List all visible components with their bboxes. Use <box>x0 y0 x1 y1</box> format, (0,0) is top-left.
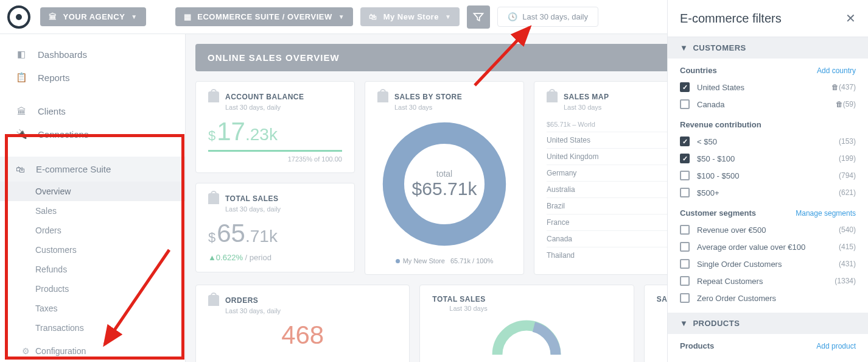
card-orders: ORDERS Last 30 days, daily 468 <box>195 285 410 362</box>
checkbox[interactable] <box>680 293 690 303</box>
checkbox[interactable] <box>680 188 690 197</box>
bank-icon: 🏛 <box>49 12 57 21</box>
bag-icon <box>377 91 388 102</box>
segments-label: Customer segments <box>680 208 756 218</box>
checkbox[interactable] <box>680 82 690 92</box>
add-country-link[interactable]: Add country <box>817 66 856 75</box>
nav-reports[interactable]: 📋Reports <box>0 66 185 89</box>
countries-label: Countries <box>680 66 717 75</box>
close-button[interactable]: ✕ <box>845 11 856 26</box>
filter-row[interactable]: Single Order Customers(431) <box>668 255 868 272</box>
filter-row[interactable]: < $50(153) <box>668 133 868 150</box>
filter-row[interactable]: Average order value over €100(415) <box>668 238 868 255</box>
revenue-label: Revenue contribution <box>680 120 761 129</box>
nav-dashboards[interactable]: ◧Dashboards <box>0 43 185 66</box>
products-label: Products <box>680 341 714 350</box>
card-total-sales: TOTAL SALES Last 30 days, daily $65.71k … <box>195 183 355 272</box>
bag-icon <box>208 91 219 102</box>
date-range-selector[interactable]: 🕓Last 30 days, daily <box>497 7 598 27</box>
card-sales-by-store: SALES BY STORE Last 30 days total$65.71k… <box>365 81 524 275</box>
filter-button[interactable] <box>467 5 490 29</box>
clock-icon: 🕓 <box>508 12 517 21</box>
app-logo[interactable] <box>7 5 30 29</box>
checkbox[interactable] <box>680 225 690 235</box>
filter-row[interactable]: Zero Order Customers <box>668 289 868 307</box>
checkbox[interactable] <box>680 259 690 269</box>
checkbox[interactable] <box>680 154 690 163</box>
nav-clients[interactable]: 🏛Clients <box>0 100 185 122</box>
donut-chart: total$65.71k <box>377 117 511 251</box>
bank-icon: 🏛 <box>16 106 27 116</box>
checkbox[interactable] <box>680 276 690 286</box>
card-account-balance: ACCOUNT BALANCE Last 30 days, daily $17.… <box>195 81 355 173</box>
bag-icon <box>208 193 219 204</box>
sidebar-item-taxes[interactable]: Taxes <box>0 299 185 318</box>
sidebar-item-configuration[interactable]: ⚙Configuration <box>0 341 185 361</box>
section-customers[interactable]: ▼CUSTOMERS <box>668 37 868 59</box>
filter-row[interactable]: Canada🗑(59) <box>668 96 868 113</box>
add-product-link[interactable]: Add product <box>816 342 856 350</box>
bag-icon <box>208 295 219 306</box>
breadcrumb-selector[interactable]: ▦ECOMMERCE SUITE / OVERVIEW▼ <box>175 7 353 26</box>
filter-row[interactable]: $50 - $100(199) <box>668 150 868 167</box>
dashboard-icon: ◧ <box>16 49 27 60</box>
card-total-sales-2: TOTAL SALES Last 30 days <box>419 285 634 362</box>
section-products[interactable]: ▼PRODUCTS <box>668 313 868 334</box>
caret-down-icon: ▼ <box>338 13 345 20</box>
clipboard-icon: 📋 <box>16 72 27 83</box>
checkbox[interactable] <box>680 242 690 252</box>
store-selector[interactable]: 🛍My New Store▼ <box>360 7 460 26</box>
grid-icon: ▦ <box>184 12 192 21</box>
sidebar-item-sales[interactable]: Sales <box>0 201 185 221</box>
sidebar-item-refunds[interactable]: Refunds <box>0 260 185 279</box>
sidebar-item-transactions[interactable]: Transactions <box>0 318 185 338</box>
manage-segments-link[interactable]: Manage segments <box>796 209 856 218</box>
panel-title: E-commerce filters <box>680 12 782 26</box>
nav-connections[interactable]: 🔌Connections <box>0 122 185 146</box>
sidebar-item-overview[interactable]: Overview <box>0 182 185 201</box>
filter-row[interactable]: $500+(621) <box>668 184 868 201</box>
filter-row[interactable]: United States🗑(437) <box>668 79 868 96</box>
bag-icon: 🛍 <box>16 164 25 174</box>
sidebar-item-customers[interactable]: Customers <box>0 240 185 260</box>
checkbox[interactable] <box>680 137 690 146</box>
checkbox[interactable] <box>680 99 690 109</box>
caret-down-icon: ▼ <box>131 13 137 20</box>
trash-icon[interactable]: 🗑 <box>836 100 843 108</box>
bag-icon <box>547 91 558 102</box>
nav-group-ecommerce[interactable]: 🛍E-commerce Suite <box>0 157 185 182</box>
sidebar: ◧Dashboards 📋Reports 🏛Clients 🔌Connectio… <box>0 34 186 362</box>
checkbox[interactable] <box>680 171 690 180</box>
filter-row[interactable]: Revenue over €500(540) <box>668 221 868 238</box>
caret-down-icon: ▼ <box>680 319 688 328</box>
filter-row[interactable]: $100 - $500(794) <box>668 167 868 184</box>
bag-icon: 🛍 <box>369 12 377 21</box>
filter-icon <box>472 11 485 23</box>
agency-selector[interactable]: 🏛YOUR AGENCY▼ <box>40 7 146 26</box>
sidebar-item-products[interactable]: Products <box>0 279 185 299</box>
filters-panel: E-commerce filters✕ ▼CUSTOMERS Countries… <box>667 0 868 362</box>
plug-icon: 🔌 <box>16 129 27 140</box>
filter-row[interactable]: Repeat Customers(1334) <box>668 272 868 289</box>
caret-down-icon: ▼ <box>680 43 688 52</box>
trash-icon[interactable]: 🗑 <box>831 83 839 91</box>
sidebar-item-orders[interactable]: Orders <box>0 221 185 240</box>
caret-down-icon: ▼ <box>445 13 451 20</box>
